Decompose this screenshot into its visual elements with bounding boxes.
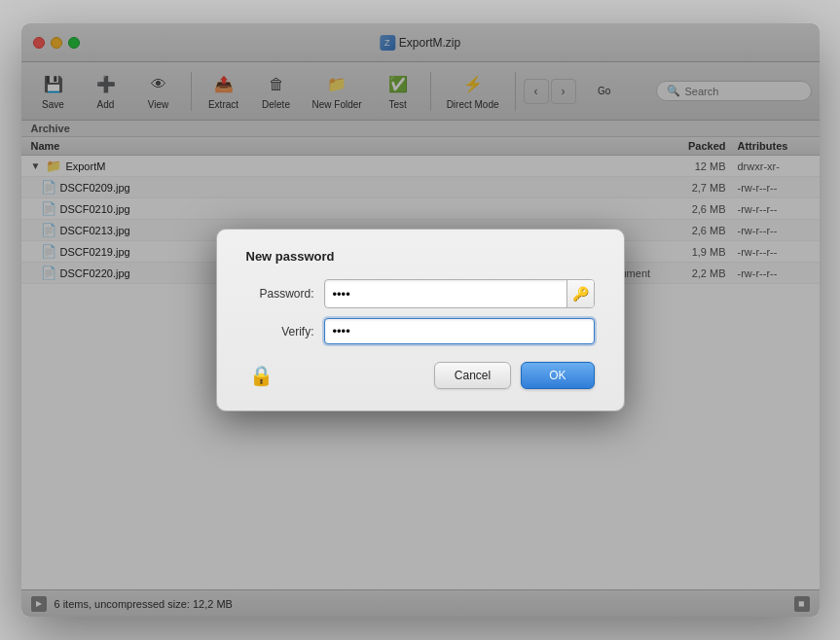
password-input[interactable]	[325, 282, 566, 306]
password-input-wrap[interactable]: 🔑	[324, 279, 595, 308]
cancel-button[interactable]: Cancel	[434, 362, 511, 389]
password-label: Password:	[246, 287, 324, 301]
verify-input[interactable]	[325, 319, 594, 343]
modal-title: New password	[246, 249, 595, 264]
modal-actions: 🔒 Cancel OK	[246, 360, 595, 391]
new-password-modal: New password Password: 🔑 Verify: 🔒 Cance…	[216, 229, 625, 411]
lock-icon: 🔒	[246, 360, 277, 391]
key-button[interactable]: 🔑	[566, 280, 594, 307]
ok-button[interactable]: OK	[521, 362, 594, 389]
modal-overlay: New password Password: 🔑 Verify: 🔒 Cance…	[21, 23, 820, 617]
verify-input-wrap[interactable]	[324, 318, 595, 344]
password-row: Password: 🔑	[246, 279, 595, 308]
main-window: Z ExportM.zip 💾 Save ➕ Add 👁 View 📤 Extr…	[21, 23, 820, 617]
modal-button-group: Cancel OK	[434, 362, 595, 389]
verify-row: Verify:	[246, 318, 595, 344]
verify-label: Verify:	[246, 325, 324, 338]
